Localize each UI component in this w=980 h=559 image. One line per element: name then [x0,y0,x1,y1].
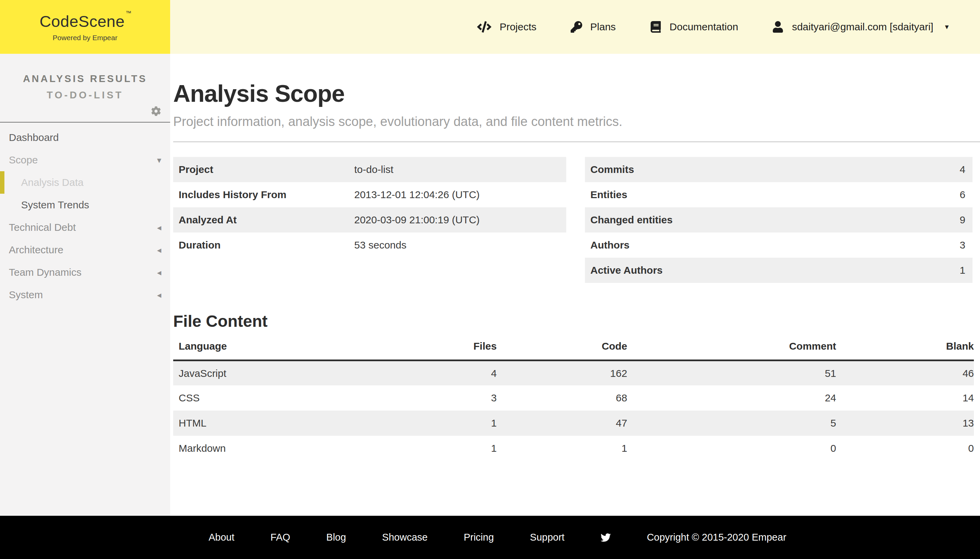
gear-icon[interactable] [151,106,161,116]
table-row: Commits4 [585,157,972,182]
code-icon [477,21,492,33]
nav-documentation[interactable]: Documentation [650,21,738,33]
footer-link-blog[interactable]: Blog [326,532,346,543]
sidebar-title-analysis-results: ANALYSIS RESULTS [0,73,170,84]
chevron-down-icon: ▾ [945,23,949,31]
column-comment: Comment [627,341,836,361]
footer-link-support[interactable]: Support [530,532,564,543]
twitter-icon[interactable] [601,533,611,542]
nav-plans-label: Plans [591,21,616,33]
file-content-heading: File Content [173,313,974,329]
table-row: Entities6 [585,182,972,207]
table-row: CSS 3 68 24 14 [173,385,974,410]
top-nav: Projects Plans Documentation sdaityari@g… [477,0,980,54]
top-header: CodeScene™ Powered by Empear Projects Pl… [0,0,980,54]
brand-name: CodeScene™ [40,12,131,31]
nav-projects[interactable]: Projects [477,21,536,33]
sidebar-item-system[interactable]: System◂ [0,284,170,306]
sidebar-item-analysis-data[interactable]: Analysis Data [0,171,170,194]
user-menu[interactable]: sdaityari@gmail.com [sdaityari] ▾ [772,21,949,33]
table-row: Analyzed At2020-03-09 21:00:19 (UTC) [173,207,566,233]
table-header-row: Language Files Code Comment Blank [173,341,974,361]
sidebar-item-technical-debt[interactable]: Technical Debt◂ [0,216,170,239]
sidebar-item-architecture[interactable]: Architecture◂ [0,239,170,261]
user-email-label: sdaityari@gmail.com [sdaityari] [792,21,934,33]
table-row: Includes History From2013-12-01 12:04:26… [173,182,566,207]
footer-link-pricing[interactable]: Pricing [464,532,494,543]
nav-projects-label: Projects [500,21,536,33]
key-icon [571,21,582,33]
evolution-stats-table: Commits4 Entities6 Changed entities9 Aut… [585,157,972,283]
sidebar-item-system-trends[interactable]: System Trends [0,194,170,216]
footer-link-faq[interactable]: FAQ [271,532,290,543]
nav-plans[interactable]: Plans [571,21,616,33]
chevron-down-icon: ▾ [157,155,161,165]
sidebar-title-project: TO-DO-LIST [0,89,170,101]
chevron-left-icon: ◂ [157,223,161,233]
brand-tagline: Powered by Empear [53,34,117,42]
sidebar-item-dashboard[interactable]: Dashboard [0,126,170,149]
column-code: Code [497,341,627,361]
table-row: Changed entities9 [585,207,972,233]
sidebar-item-team-dynamics[interactable]: Team Dynamics◂ [0,261,170,284]
table-row: Active Authors1 [585,258,972,283]
user-icon [772,21,784,33]
chevron-left-icon: ◂ [157,245,161,255]
table-row: Markdown 1 1 0 0 [173,436,974,461]
file-content-table: Language Files Code Comment Blank JavaSc… [173,341,974,461]
sidebar: ANALYSIS RESULTS TO-DO-LIST Dashboard Sc… [0,54,170,516]
codescene-logo[interactable]: CodeScene™ Powered by Empear [0,0,170,54]
page-footer: About FAQ Blog Showcase Pricing Support … [0,516,980,559]
table-row: HTML 1 47 5 13 [173,410,974,436]
sidebar-nav: Dashboard Scope▾ Analysis Data System Tr… [0,126,170,306]
trademark: ™ [125,10,132,17]
table-row: Duration53 seconds [173,233,566,258]
table-row: Projectto-do-list [173,157,566,182]
column-files: Files [309,341,497,361]
section-divider [173,141,980,142]
chevron-left-icon: ◂ [157,290,161,300]
footer-link-showcase[interactable]: Showcase [382,532,428,543]
book-icon [650,21,662,33]
main-content: Analysis Scope Project information, anal… [170,54,980,516]
page-title: Analysis Scope [173,82,974,106]
sidebar-item-scope[interactable]: Scope▾ [0,149,170,171]
project-info-table: Projectto-do-list Includes History From2… [173,157,566,283]
footer-link-about[interactable]: About [209,532,234,543]
column-language: Language [173,341,309,361]
table-row: JavaScript 4 162 51 46 [173,360,974,385]
copyright-text: Copyright © 2015-2020 Empear [647,532,786,543]
column-blank: Blank [836,341,974,361]
page-subtitle: Project information, analysis scope, evo… [173,115,974,129]
table-row: Authors3 [585,233,972,258]
sidebar-divider [0,122,170,122]
chevron-left-icon: ◂ [157,268,161,278]
nav-documentation-label: Documentation [670,21,738,33]
